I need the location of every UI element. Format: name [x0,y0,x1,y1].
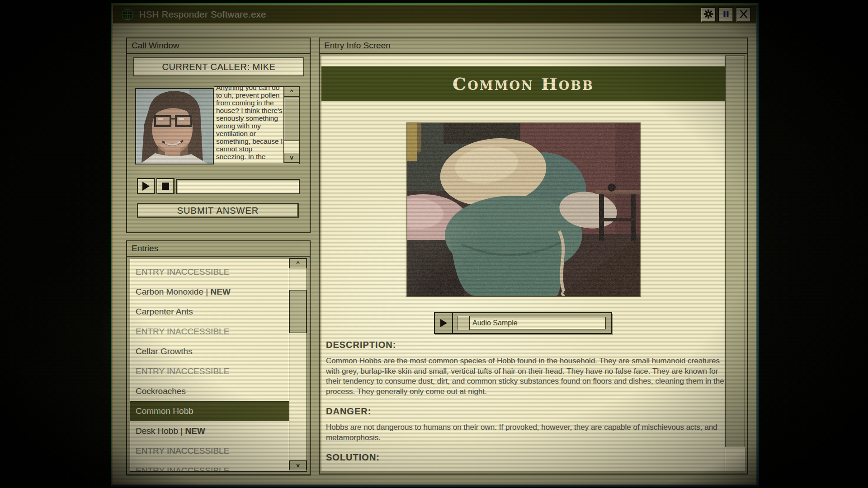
play-icon [142,182,150,191]
settings-button[interactable] [701,7,716,22]
play-audio-sample-button[interactable] [435,313,453,333]
entry-sections: DESCRIPTION:Common Hobbs are the most co… [326,340,726,469]
close-icon [739,9,749,20]
title-bar: HSH Responder Software.exe [113,5,756,23]
chevron-down-icon: v [296,462,299,469]
entry-title-banner: Common Hobb [321,66,725,101]
section-body: Common Hobbs are the most common species… [326,356,726,397]
entries-list-item[interactable]: ENTRY INACCESSIBLE [130,461,289,472]
scroll-up-button[interactable]: ^ [284,87,299,97]
scrollbar-thumb[interactable] [289,290,307,333]
badge-separator: | [203,287,211,296]
new-badge: NEW [185,426,205,436]
window-title: HSH Responder Software.exe [139,9,266,20]
audio-sample-slider[interactable]: Audio Sample [458,317,606,329]
caller-transcript[interactable]: Anything you can do to uh, prevent polle… [214,86,300,164]
new-badge: NEW [210,287,230,296]
entry-info-panel-title: Entry Info Screen [320,38,747,54]
entries-list-item[interactable]: Desk Hobb | NEW [130,421,289,441]
caller-photo [135,88,214,164]
close-button[interactable] [736,7,751,22]
section-heading: SOLUTION: [326,452,726,463]
entry-label: ENTRY INACCESSIBLE [136,267,229,277]
play-call-button[interactable] [137,178,155,194]
gear-icon [703,9,713,20]
entry-info-content: Common Hobb [321,56,745,471]
stop-icon [162,183,169,190]
app-window: HSH Responder Software.exe [111,3,759,487]
call-window-panel-title: Call Window [127,38,310,54]
entry-label: ENTRY INACCESSIBLE [136,466,229,472]
entries-list-item[interactable]: ENTRY INACCESSIBLE [130,322,289,342]
scroll-down-button[interactable]: v [289,460,307,470]
entry-label: Common Hobb [136,406,193,416]
current-caller-banner: CURRENT CALLER: MIKE [133,57,304,76]
chevron-up-icon: ^ [290,88,293,95]
entry-label: ENTRY INACCESSIBLE [136,366,229,376]
scrollbar-thumb[interactable] [284,98,299,141]
chevron-up-icon: ^ [296,260,300,267]
entries-list-item[interactable]: Common Hobb [130,401,289,421]
entry-info-scrollbar[interactable] [725,56,745,471]
entries-list-item[interactable]: ENTRY INACCESSIBLE [130,361,289,381]
entry-label: Desk Hobb [136,426,178,436]
transcript-scrollbar[interactable]: ^ v [283,87,299,163]
call-audio-controls [137,178,300,194]
scroll-up-button[interactable]: ^ [289,258,307,268]
window-controls [701,7,751,22]
badge-separator: | [178,426,185,436]
call-window-panel: Call Window CURRENT CALLER: MIKE [126,38,311,233]
caller-transcript-text: Anything you can do to uh, prevent polle… [216,86,283,164]
entry-info-panel: Entry Info Screen Common Hobb [319,38,748,474]
play-icon [440,319,447,327]
entry-photo [406,122,641,297]
entries-list-items: ENTRY INACCESSIBLECarbon Monoxide | NEWC… [130,258,289,472]
section-body: Hobbs are not dangerous to humans on the… [326,422,726,443]
audio-sample-label: Audio Sample [472,319,518,327]
crt-screen: HSH Responder Software.exe [0,0,868,488]
entries-list-item[interactable]: Cellar Growths [130,342,289,361]
globe-icon [121,8,134,21]
entry-label: ENTRY INACCESSIBLE [136,446,229,455]
call-progress-bar [176,179,300,194]
entry-label: ENTRY INACCESSIBLE [136,327,229,336]
entries-scrollbar[interactable]: ^ v [289,258,307,470]
entries-list-item[interactable]: ENTRY INACCESSIBLE [130,441,289,461]
entries-panel-title: Entries [127,241,310,257]
entries-list-item[interactable]: ENTRY INACCESSIBLE [130,262,289,282]
entry-label: Carbon Monoxide [136,287,203,296]
entry-label: Carpenter Ants [136,307,193,316]
entries-list-item[interactable]: Carpenter Ants [130,302,289,322]
audio-sample-player: Audio Sample [434,312,612,334]
chevron-down-icon: v [290,154,293,161]
stop-call-button[interactable] [156,178,175,194]
scroll-down-button[interactable]: v [284,153,299,163]
pause-icon [721,9,731,20]
entry-label: Cellar Growths [136,347,193,356]
submit-answer-button[interactable]: SUBMIT ANSWER [137,203,299,218]
scrollbar-thumb[interactable] [725,56,745,447]
entries-list-item[interactable]: Carbon Monoxide | NEW [130,282,289,302]
entries-listbox: ENTRY INACCESSIBLECarbon Monoxide | NEWC… [130,258,307,472]
entry-label: Cockroaches [136,386,186,396]
slider-handle[interactable] [457,316,470,330]
entries-list-item[interactable]: Cockroaches [130,381,289,401]
entries-panel: Entries ENTRY INACCESSIBLECarbon Monoxid… [126,240,311,475]
section-heading: DESCRIPTION: [326,340,726,350]
section-heading: DANGER: [326,406,726,417]
pause-button[interactable] [718,7,733,22]
